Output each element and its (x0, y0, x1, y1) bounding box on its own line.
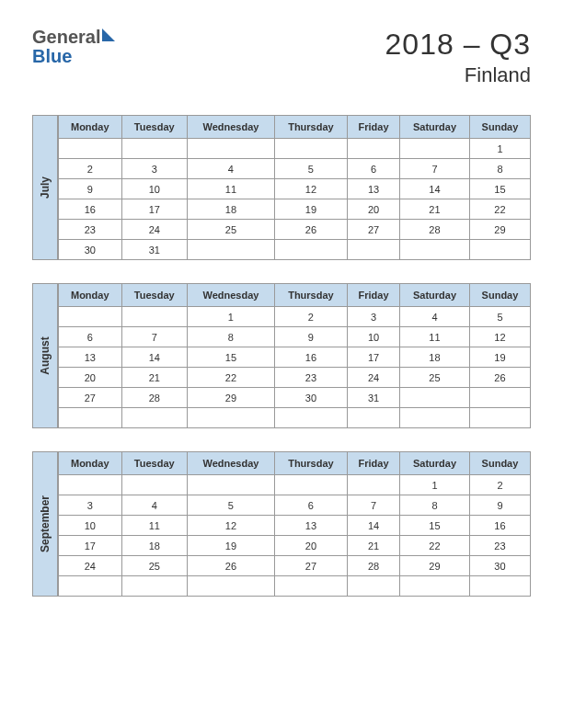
day-cell (188, 408, 275, 428)
day-cell: 17 (348, 347, 400, 368)
day-cell: 23 (274, 368, 347, 388)
day-cell: 4 (121, 495, 188, 516)
day-cell: 28 (348, 556, 400, 576)
week-row: 1 (59, 139, 531, 159)
day-cell: 11 (121, 516, 188, 536)
day-cell (121, 408, 188, 428)
day-cell: 24 (348, 368, 400, 388)
day-cell: 25 (188, 220, 275, 240)
day-cell: 3 (348, 307, 400, 327)
day-cell: 21 (399, 199, 469, 220)
day-header: Saturday (399, 116, 469, 139)
week-row: 2728293031 (59, 388, 531, 408)
day-header: Wednesday (188, 116, 275, 139)
month-label: August (32, 283, 58, 428)
week-row (59, 576, 531, 597)
day-cell (274, 240, 347, 260)
week-row: 16171819202122 (59, 199, 531, 220)
day-cell: 5 (188, 495, 275, 516)
day-cell: 18 (399, 347, 469, 368)
day-header: Monday (59, 452, 122, 475)
day-cell: 18 (188, 199, 275, 220)
day-cell: 24 (59, 556, 122, 576)
day-cell (348, 576, 400, 597)
day-cell (348, 139, 400, 159)
day-cell: 5 (274, 159, 347, 179)
day-cell: 2 (469, 475, 530, 495)
day-header: Thursday (274, 284, 347, 307)
day-cell: 22 (469, 199, 530, 220)
month-label: September (32, 451, 58, 597)
day-header: Sunday (469, 116, 530, 139)
week-row: 2345678 (59, 159, 531, 179)
month-name: August (39, 336, 52, 374)
day-cell: 30 (469, 556, 530, 576)
day-cell: 2 (59, 159, 122, 179)
day-cell (121, 475, 188, 495)
logo-text-blue: Blue (32, 46, 72, 66)
day-cell: 23 (59, 220, 122, 240)
day-cell: 27 (274, 556, 347, 576)
day-cell: 1 (188, 307, 275, 327)
day-cell: 21 (121, 368, 188, 388)
day-cell: 27 (59, 388, 122, 408)
day-cell (348, 475, 400, 495)
day-cell: 9 (59, 179, 122, 199)
day-cell (399, 576, 469, 597)
week-row: 12 (59, 475, 531, 495)
day-cell: 13 (59, 347, 122, 368)
day-header: Saturday (399, 284, 469, 307)
day-cell: 19 (274, 199, 347, 220)
day-cell: 20 (348, 199, 400, 220)
day-cell: 14 (399, 179, 469, 199)
day-cell: 26 (274, 220, 347, 240)
day-cell (469, 388, 530, 408)
day-cell: 13 (274, 516, 347, 536)
day-header: Saturday (399, 452, 469, 475)
day-cell: 8 (399, 495, 469, 516)
day-cell (121, 576, 188, 597)
page-title: 2018 – Q3 (385, 28, 531, 62)
day-cell: 11 (188, 179, 275, 199)
day-cell: 10 (348, 327, 400, 347)
day-cell: 3 (121, 159, 188, 179)
week-row: 9101112131415 (59, 179, 531, 199)
day-cell: 17 (121, 199, 188, 220)
day-cell (59, 475, 122, 495)
day-cell (59, 576, 122, 597)
day-cell: 7 (348, 495, 400, 516)
day-cell (274, 139, 347, 159)
day-cell: 9 (274, 327, 347, 347)
day-cell: 2 (274, 307, 347, 327)
day-cell: 10 (121, 179, 188, 199)
day-cell: 20 (274, 536, 347, 556)
day-header: Sunday (469, 452, 530, 475)
day-header: Wednesday (188, 284, 275, 307)
day-cell: 4 (399, 307, 469, 327)
day-header: Thursday (274, 116, 347, 139)
day-cell (59, 139, 122, 159)
day-header: Sunday (469, 284, 530, 307)
day-cell: 29 (188, 388, 275, 408)
day-cell: 7 (121, 327, 188, 347)
logo-text-general: General (32, 27, 100, 47)
day-cell: 18 (121, 536, 188, 556)
week-row: 6789101112 (59, 327, 531, 347)
day-cell (274, 475, 347, 495)
day-cell: 8 (188, 327, 275, 347)
day-header: Wednesday (188, 452, 275, 475)
day-cell (348, 408, 400, 428)
day-cell (399, 240, 469, 260)
day-cell: 13 (348, 179, 400, 199)
day-cell: 25 (399, 368, 469, 388)
day-cell: 31 (121, 240, 188, 260)
day-cell (348, 240, 400, 260)
day-cell: 15 (188, 347, 275, 368)
week-row (59, 408, 531, 428)
week-row: 12345 (59, 307, 531, 327)
calendar-grid: MondayTuesdayWednesdayThursdayFridaySatu… (58, 451, 531, 597)
week-row: 20212223242526 (59, 368, 531, 388)
day-header: Tuesday (121, 116, 188, 139)
title-block: 2018 – Q3 Finland (385, 28, 531, 87)
day-cell (59, 307, 122, 327)
